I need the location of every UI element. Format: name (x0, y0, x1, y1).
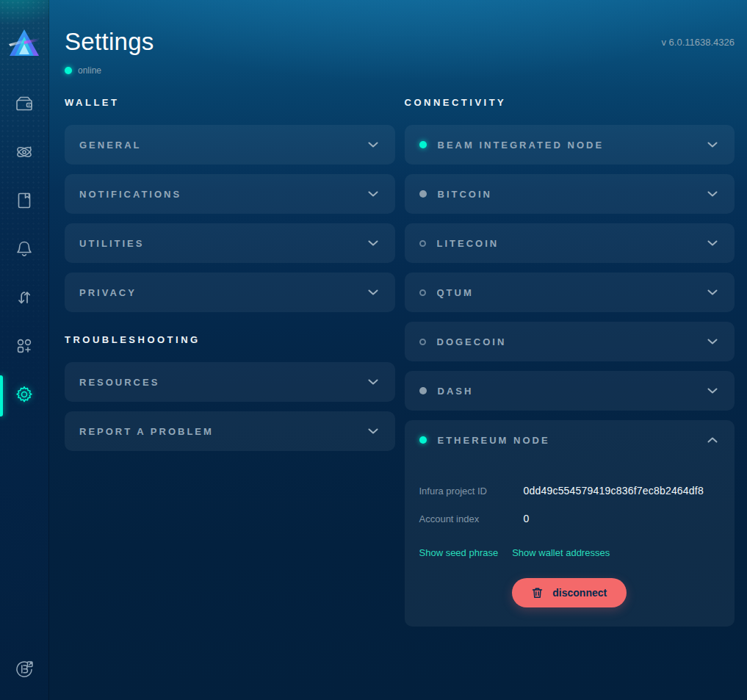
bell-icon (15, 239, 34, 261)
sidebar-item-notifications[interactable] (0, 226, 48, 275)
app-version: v 6.0.11638.4326 (661, 37, 735, 48)
page-header: Settings v 6.0.11638.4326 online (65, 0, 735, 76)
accordion-dogecoin[interactable]: DOGECOIN (405, 322, 735, 361)
chevron-down-icon (367, 427, 379, 436)
disconnect-button[interactable]: disconnect (512, 578, 627, 607)
status-dot-configured-icon (419, 387, 427, 394)
troubleshooting-section-title: TROUBLESHOOTING (65, 334, 395, 345)
chevron-down-icon (367, 378, 379, 386)
infura-project-id-row: Infura project ID 0dd49c554579419c836f7e… (419, 485, 721, 497)
sidebar-nav (0, 81, 48, 420)
active-item-indicator (0, 375, 3, 416)
sidebar-item-wallet[interactable] (0, 81, 48, 129)
accordion-resources[interactable]: RESOURCES (65, 362, 395, 402)
chevron-down-icon (367, 288, 379, 297)
chevron-down-icon (707, 140, 718, 149)
accordion-beam-integrated-node[interactable]: BEAM INTEGRATED NODE (405, 125, 735, 165)
accordion-privacy[interactable]: PRIVACY (65, 273, 395, 312)
beam-logo (7, 25, 41, 60)
accordion-qtum[interactable]: QTUM (405, 273, 735, 312)
trash-icon (532, 587, 543, 599)
settings-page: Settings v 6.0.11638.4326 online WALLET … (49, 0, 747, 700)
chevron-up-icon (707, 436, 718, 444)
page-title: Settings (65, 28, 735, 56)
show-wallet-addresses-link[interactable]: Show wallet addresses (512, 547, 610, 558)
sidebar-item-atomic-swaps[interactable] (0, 129, 48, 178)
accordion-ethereum-node-header[interactable]: ETHEREUM NODE (405, 420, 735, 460)
accordion-general[interactable]: GENERAL (65, 125, 395, 165)
status-dot-empty-icon (419, 240, 426, 247)
ethereum-links-row: Show seed phrase Show wallet addresses (419, 547, 721, 558)
beam-wallet-settings-window: Settings v 6.0.11638.4326 online WALLET … (0, 0, 747, 700)
wallet-section-title: WALLET (65, 97, 395, 108)
connectivity-section-title: CONNECTIVITY (405, 97, 735, 108)
sidebar-item-dapps[interactable] (0, 323, 48, 372)
chevron-down-icon (367, 140, 379, 149)
chevron-down-icon (367, 190, 379, 198)
show-seed-phrase-link[interactable]: Show seed phrase (419, 547, 499, 558)
ethereum-node-panel: Infura project ID 0dd49c554579419c836f7e… (405, 485, 735, 607)
status-dot-connected-icon (419, 141, 427, 148)
gear-icon (14, 384, 35, 408)
status-dot-empty-icon (419, 339, 426, 345)
settings-columns: WALLET GENERAL NOTIFICATIONS UTILITIE (65, 97, 735, 636)
chevron-down-icon (707, 337, 718, 346)
infura-project-id-label: Infura project ID (419, 486, 524, 497)
account-index-row: Account index 0 (419, 513, 721, 524)
accordion-report-a-problem[interactable]: REPORT A PROBLEM (65, 411, 395, 451)
sidebar-item-address-book[interactable] (0, 178, 48, 226)
online-status-dot-icon (65, 67, 72, 74)
beam-external-link-icon (12, 657, 36, 684)
chevron-down-icon (707, 288, 718, 297)
accordion-notifications[interactable]: NOTIFICATIONS (65, 174, 395, 214)
accordion-utilities[interactable]: UTILITIES (65, 223, 395, 263)
infura-project-id-value: 0dd49c554579419c836f7ec8b2464df8 (524, 485, 704, 497)
notebook-icon (15, 191, 34, 213)
accordion-bitcoin[interactable]: BITCOIN (405, 174, 735, 214)
beam-website-link[interactable] (0, 652, 48, 690)
status-dot-connected-icon (419, 436, 427, 444)
apps-grid-plus-icon (15, 336, 34, 358)
connection-status: online (65, 65, 735, 76)
sidebar (0, 0, 49, 700)
chevron-down-icon (367, 239, 379, 248)
online-status-label: online (78, 65, 101, 76)
arrows-up-down-icon (15, 288, 34, 310)
chevron-down-icon (707, 239, 718, 248)
account-index-label: Account index (419, 513, 524, 524)
sidebar-item-settings[interactable] (0, 372, 48, 420)
accordion-dash[interactable]: DASH (405, 371, 735, 411)
chevron-down-icon (707, 386, 718, 395)
chevron-down-icon (707, 190, 718, 198)
settings-left-column: WALLET GENERAL NOTIFICATIONS UTILITIE (65, 97, 395, 461)
wallet-icon (15, 94, 34, 116)
account-index-value: 0 (524, 513, 530, 524)
accordion-litecoin[interactable]: LITECOIN (405, 223, 735, 263)
sidebar-item-transactions[interactable] (0, 275, 48, 323)
atom-icon (15, 142, 34, 165)
status-dot-configured-icon (419, 190, 427, 198)
settings-right-column: CONNECTIVITY BEAM INTEGRATED NODE BITCOI… (405, 97, 735, 636)
accordion-ethereum-node: ETHEREUM NODE Infura project ID 0dd49c55… (405, 420, 735, 627)
disconnect-button-label: disconnect (552, 587, 607, 599)
status-dot-empty-icon (419, 289, 426, 296)
